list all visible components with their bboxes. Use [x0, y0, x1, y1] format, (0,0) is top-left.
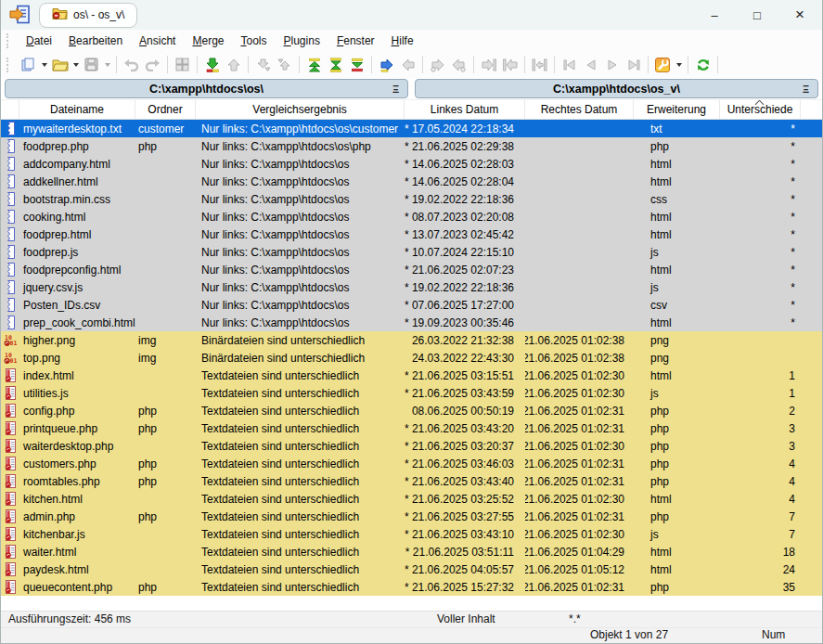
save-button-dropdown-caret-icon[interactable]	[102, 54, 112, 75]
cell-left_date: * 19.09.2023 00:35:46	[405, 314, 525, 331]
table-row[interactable]: utilities.jsTextdateien sind unterschied…	[1, 384, 822, 402]
column-header-filename[interactable]: Dateiname	[19, 100, 135, 119]
cell-folder: img	[135, 349, 196, 367]
last-file-button[interactable]	[623, 54, 644, 75]
column-header-left_date[interactable]: Linkes Datum	[405, 100, 525, 119]
refresh-button[interactable]	[692, 54, 714, 75]
left-path-header[interactable]: C:\xampp\htdocs\os\ Ξ	[5, 79, 408, 98]
open-button-dropdown-caret-icon[interactable]	[71, 54, 81, 75]
table-row[interactable]: index.htmlTextdateien sind unterschiedli…	[1, 367, 822, 384]
compare-tab[interactable]: os\ - os_v\	[39, 3, 137, 28]
table-row[interactable]: printqueue.phpphpTextdateien sind unters…	[1, 419, 822, 437]
titlebar: os\ - os_v\ – □ ×	[1, 0, 822, 30]
menu-fenster[interactable]: Fenster	[328, 32, 383, 50]
table-row[interactable]: waiter.htmlTextdateien sind unterschiedl…	[1, 543, 822, 560]
next-conflict-button[interactable]	[252, 54, 274, 75]
first-diff-button[interactable]	[303, 54, 325, 75]
table-row[interactable]: Posten_IDs.csvNur links: C:\xampp\htdocs…	[1, 296, 822, 314]
undo-button[interactable]	[121, 54, 142, 75]
column-header-extension[interactable]: Erweiterung	[634, 100, 720, 119]
cell-right_date	[525, 296, 634, 314]
menu-hilfe[interactable]: Hilfe	[383, 32, 422, 50]
menu-merge[interactable]: Merge	[184, 32, 232, 50]
menu-bearbeiten[interactable]: Bearbeiten	[60, 32, 131, 50]
table-row[interactable]: foodprepconfig.htmlNur links: C:\xampp\h…	[1, 261, 822, 278]
table-row[interactable]: bootstrap.min.cssNur links: C:\xampp\htd…	[1, 190, 822, 208]
table-row[interactable]: 1001higher.pngimgBinärdateien sind unter…	[1, 331, 822, 349]
table-row[interactable]: foodprep.phpphpNur links: C:\xampp\htdoc…	[1, 137, 822, 155]
minimize-button[interactable]: –	[707, 8, 722, 22]
column-header-result[interactable]: Vergleichsergebnis	[196, 100, 405, 119]
cell-filename: prep_cook_combi.html	[19, 314, 135, 331]
close-button[interactable]: ×	[792, 6, 807, 24]
redo-button[interactable]	[142, 54, 163, 75]
cell-extension: php	[634, 455, 720, 472]
cell-right_date	[525, 173, 634, 190]
first-file-button[interactable]	[559, 54, 580, 75]
toolbar-separator	[717, 56, 718, 73]
prev-conflict-button[interactable]	[274, 54, 295, 75]
cell-filename: utilities.js	[19, 384, 135, 402]
menu-ansicht[interactable]: Ansicht	[131, 32, 184, 50]
maximize-button[interactable]: □	[750, 8, 765, 22]
cell-differences: 4	[720, 472, 801, 490]
copy-left-button[interactable]	[397, 54, 418, 75]
options-button[interactable]	[652, 54, 674, 75]
table-row[interactable]: paydesk.htmlTextdateien sind unterschied…	[1, 560, 822, 578]
cell-differences: 3	[720, 437, 801, 455]
table-row[interactable]: mywaiterdesktop.txtcustomerNur links: C:…	[1, 120, 822, 137]
column-header-folder[interactable]: Ordner	[135, 100, 196, 119]
table-row[interactable]: jquery.csv.jsNur links: C:\xampp\htdocs\…	[1, 278, 822, 296]
table-row[interactable]: cooking.htmlNur links: C:\xampp\htdocs\o…	[1, 208, 822, 225]
table-row[interactable]: prep_cook_combi.htmlNur links: C:\xampp\…	[1, 314, 822, 331]
table-row[interactable]: foodprep.jsNur links: C:\xampp\htdocs\os…	[1, 243, 822, 261]
next-file-button[interactable]	[601, 54, 623, 75]
table-row[interactable]: customers.phpphpTextdateien sind untersc…	[1, 455, 822, 472]
right-path-menu-icon[interactable]: Ξ	[803, 84, 809, 95]
table-row[interactable]: 1001top.pngimgBinärdateien sind untersch…	[1, 349, 822, 367]
table-row[interactable]: config.phpphpTextdateien sind unterschie…	[1, 402, 822, 419]
table-row[interactable]: addcompany.htmlNur links: C:\xampp\htdoc…	[1, 155, 822, 173]
table-row[interactable]: admin.phpphpTextdateien sind unterschied…	[1, 508, 822, 525]
menu-datei[interactable]: Datei	[18, 32, 60, 50]
prev-diff-button[interactable]	[223, 54, 244, 75]
options-button-dropdown-caret-icon[interactable]	[674, 54, 684, 75]
copy-left-advance-button[interactable]	[448, 54, 469, 75]
new-button[interactable]	[18, 54, 39, 75]
next-diff-button[interactable]	[201, 54, 223, 75]
save-button[interactable]	[81, 54, 102, 75]
view-split-button[interactable]	[172, 54, 193, 75]
cell-extension: php	[634, 137, 720, 155]
table-row[interactable]: foodprep.htmlNur links: C:\xampp\htdocs\…	[1, 225, 822, 243]
left-only-file-icon	[1, 278, 19, 296]
table-row[interactable]: addkellner.htmlNur links: C:\xampp\htdoc…	[1, 173, 822, 190]
goto-diff-button[interactable]	[376, 54, 397, 75]
open-button[interactable]	[49, 54, 71, 75]
right-path-header[interactable]: C:\xampp\htdocs\os_v\ Ξ	[415, 79, 818, 98]
prev-file-button[interactable]	[580, 54, 601, 75]
column-header-right_date[interactable]: Rechtes Datum	[525, 100, 634, 119]
auto-merge-button[interactable]	[529, 54, 550, 75]
last-diff-button[interactable]	[346, 54, 367, 75]
table-row[interactable]: queuecontent.phpphpTextdateien sind unte…	[1, 578, 822, 596]
left-path-menu-icon[interactable]: Ξ	[392, 84, 399, 95]
menu-plugins[interactable]: Plugins	[276, 32, 328, 50]
cell-left_date: * 21.06.2025 03:51:11	[405, 543, 525, 560]
statusbar: Ausführungszeit: 456 ms Voller Inhalt *.…	[1, 611, 822, 643]
list-rows: mywaiterdesktop.txtcustomerNur links: C:…	[1, 120, 822, 611]
copy-all-left-button[interactable]	[499, 54, 521, 75]
current-diff-button[interactable]	[325, 54, 346, 75]
table-row[interactable]: roomtables.phpphpTextdateien sind unters…	[1, 472, 822, 490]
new-button-dropdown-caret-icon[interactable]	[39, 54, 49, 75]
table-row[interactable]: kitchen.htmlTextdateien sind unterschied…	[1, 490, 822, 508]
column-header-differences[interactable]: Unterschiede	[720, 100, 801, 119]
menu-tools[interactable]: Tools	[233, 32, 276, 50]
cell-right_date	[525, 261, 634, 278]
text-diff-file-icon	[1, 525, 19, 543]
cell-result: Textdateien sind unterschiedlich	[196, 384, 405, 402]
table-row[interactable]: kitchenbar.jsTextdateien sind unterschie…	[1, 525, 822, 543]
copy-right-advance-button[interactable]	[427, 54, 448, 75]
copy-all-right-button[interactable]	[478, 54, 499, 75]
cell-result: Textdateien sind unterschiedlich	[196, 367, 405, 384]
table-row[interactable]: waiterdesktop.phpTextdateien sind unters…	[1, 437, 822, 455]
